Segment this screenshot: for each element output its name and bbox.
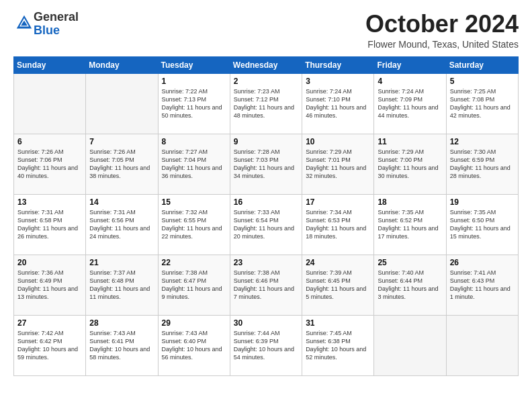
weekday-header-cell: Monday bbox=[86, 56, 158, 73]
day-number: 8 bbox=[162, 137, 226, 146]
calendar-day-cell: 17Sunrise: 7:34 AM Sunset: 6:53 PM Dayli… bbox=[302, 194, 374, 255]
logo-text: General Blue bbox=[34, 11, 79, 38]
day-info: Sunrise: 7:40 AM Sunset: 6:44 PM Dayligh… bbox=[378, 269, 442, 302]
calendar-week-row: 13Sunrise: 7:31 AM Sunset: 6:58 PM Dayli… bbox=[14, 194, 519, 255]
day-info: Sunrise: 7:44 AM Sunset: 6:39 PM Dayligh… bbox=[234, 329, 298, 362]
calendar-day-cell: 16Sunrise: 7:33 AM Sunset: 6:54 PM Dayli… bbox=[230, 194, 302, 255]
day-number: 7 bbox=[89, 137, 154, 146]
day-info: Sunrise: 7:43 AM Sunset: 6:40 PM Dayligh… bbox=[162, 329, 226, 362]
day-info: Sunrise: 7:27 AM Sunset: 7:04 PM Dayligh… bbox=[162, 148, 226, 181]
day-info: Sunrise: 7:31 AM Sunset: 6:56 PM Dayligh… bbox=[89, 208, 154, 241]
logo-blue: Blue bbox=[34, 24, 60, 37]
day-info: Sunrise: 7:29 AM Sunset: 7:00 PM Dayligh… bbox=[378, 148, 442, 181]
calendar-day-cell: 13Sunrise: 7:31 AM Sunset: 6:58 PM Dayli… bbox=[14, 194, 86, 255]
calendar-day-cell: 22Sunrise: 7:38 AM Sunset: 6:47 PM Dayli… bbox=[158, 255, 230, 315]
calendar-day-cell: 10Sunrise: 7:29 AM Sunset: 7:01 PM Dayli… bbox=[302, 134, 374, 194]
calendar-day-cell: 28Sunrise: 7:43 AM Sunset: 6:41 PM Dayli… bbox=[86, 315, 158, 375]
calendar-day-cell: 26Sunrise: 7:41 AM Sunset: 6:43 PM Dayli… bbox=[446, 255, 518, 315]
day-info: Sunrise: 7:22 AM Sunset: 7:13 PM Dayligh… bbox=[162, 87, 226, 120]
day-info: Sunrise: 7:26 AM Sunset: 7:06 PM Dayligh… bbox=[17, 148, 82, 181]
page: General Blue October 2024 Flower Mound, … bbox=[0, 0, 532, 411]
day-info: Sunrise: 7:43 AM Sunset: 6:41 PM Dayligh… bbox=[89, 329, 154, 362]
calendar-day-cell: 2Sunrise: 7:23 AM Sunset: 7:12 PM Daylig… bbox=[230, 73, 302, 134]
calendar-week-row: 20Sunrise: 7:36 AM Sunset: 6:49 PM Dayli… bbox=[14, 255, 519, 315]
calendar-day-cell: 31Sunrise: 7:45 AM Sunset: 6:38 PM Dayli… bbox=[302, 315, 374, 375]
day-number: 31 bbox=[306, 318, 370, 328]
calendar-day-cell: 29Sunrise: 7:43 AM Sunset: 6:40 PM Dayli… bbox=[158, 315, 230, 375]
calendar-day-cell: 27Sunrise: 7:42 AM Sunset: 6:42 PM Dayli… bbox=[14, 315, 86, 375]
day-number: 15 bbox=[162, 197, 226, 207]
weekday-header-cell: Tuesday bbox=[158, 56, 230, 73]
day-number: 27 bbox=[17, 318, 82, 328]
day-info: Sunrise: 7:37 AM Sunset: 6:48 PM Dayligh… bbox=[89, 269, 154, 302]
calendar-body: 1Sunrise: 7:22 AM Sunset: 7:13 PM Daylig… bbox=[14, 73, 519, 375]
title-block: October 2024 Flower Mound, Texas, United… bbox=[365, 11, 519, 50]
day-info: Sunrise: 7:28 AM Sunset: 7:03 PM Dayligh… bbox=[234, 148, 298, 181]
location: Flower Mound, Texas, United States bbox=[365, 39, 519, 50]
calendar-table: SundayMondayTuesdayWednesdayThursdayFrid… bbox=[13, 56, 519, 376]
calendar-day-cell: 19Sunrise: 7:35 AM Sunset: 6:50 PM Dayli… bbox=[446, 194, 518, 255]
day-number: 2 bbox=[234, 77, 298, 86]
calendar-day-cell: 23Sunrise: 7:38 AM Sunset: 6:46 PM Dayli… bbox=[230, 255, 302, 315]
day-number: 9 bbox=[234, 137, 298, 146]
day-number: 26 bbox=[450, 258, 515, 267]
day-number: 18 bbox=[378, 197, 442, 207]
calendar-day-cell: 18Sunrise: 7:35 AM Sunset: 6:52 PM Dayli… bbox=[374, 194, 446, 255]
weekday-header-cell: Sunday bbox=[14, 56, 86, 73]
day-number: 30 bbox=[234, 318, 298, 328]
calendar-week-row: 6Sunrise: 7:26 AM Sunset: 7:06 PM Daylig… bbox=[14, 134, 519, 194]
day-number: 1 bbox=[162, 77, 226, 86]
day-number: 11 bbox=[378, 137, 442, 146]
day-number: 23 bbox=[234, 258, 298, 267]
day-info: Sunrise: 7:30 AM Sunset: 6:59 PM Dayligh… bbox=[450, 148, 515, 181]
day-info: Sunrise: 7:34 AM Sunset: 6:53 PM Dayligh… bbox=[306, 208, 370, 241]
day-info: Sunrise: 7:45 AM Sunset: 6:38 PM Dayligh… bbox=[306, 329, 370, 362]
calendar-day-cell bbox=[446, 315, 518, 375]
calendar-day-cell: 12Sunrise: 7:30 AM Sunset: 6:59 PM Dayli… bbox=[446, 134, 518, 194]
header: General Blue October 2024 Flower Mound, … bbox=[13, 11, 519, 50]
calendar-day-cell: 15Sunrise: 7:32 AM Sunset: 6:55 PM Dayli… bbox=[158, 194, 230, 255]
calendar-day-cell: 8Sunrise: 7:27 AM Sunset: 7:04 PM Daylig… bbox=[158, 134, 230, 194]
weekday-header-cell: Saturday bbox=[446, 56, 518, 73]
day-number: 4 bbox=[378, 77, 442, 86]
calendar-day-cell: 5Sunrise: 7:25 AM Sunset: 7:08 PM Daylig… bbox=[446, 73, 518, 134]
calendar-day-cell: 7Sunrise: 7:26 AM Sunset: 7:05 PM Daylig… bbox=[86, 134, 158, 194]
day-number: 13 bbox=[17, 197, 82, 207]
calendar-week-row: 1Sunrise: 7:22 AM Sunset: 7:13 PM Daylig… bbox=[14, 73, 519, 134]
calendar-day-cell: 3Sunrise: 7:24 AM Sunset: 7:10 PM Daylig… bbox=[302, 73, 374, 134]
weekday-header-cell: Wednesday bbox=[230, 56, 302, 73]
day-info: Sunrise: 7:38 AM Sunset: 6:47 PM Dayligh… bbox=[162, 269, 226, 302]
day-number: 25 bbox=[378, 258, 442, 267]
calendar-day-cell: 25Sunrise: 7:40 AM Sunset: 6:44 PM Dayli… bbox=[374, 255, 446, 315]
day-info: Sunrise: 7:25 AM Sunset: 7:08 PM Dayligh… bbox=[450, 87, 515, 120]
day-number: 5 bbox=[450, 77, 515, 86]
day-info: Sunrise: 7:24 AM Sunset: 7:09 PM Dayligh… bbox=[378, 87, 442, 120]
day-number: 17 bbox=[306, 197, 370, 207]
calendar-day-cell: 4Sunrise: 7:24 AM Sunset: 7:09 PM Daylig… bbox=[374, 73, 446, 134]
day-number: 12 bbox=[450, 137, 515, 146]
day-number: 21 bbox=[89, 258, 154, 267]
day-number: 14 bbox=[89, 197, 154, 207]
day-info: Sunrise: 7:23 AM Sunset: 7:12 PM Dayligh… bbox=[234, 87, 298, 120]
day-info: Sunrise: 7:31 AM Sunset: 6:58 PM Dayligh… bbox=[17, 208, 82, 241]
weekday-header-cell: Thursday bbox=[302, 56, 374, 73]
calendar-day-cell: 14Sunrise: 7:31 AM Sunset: 6:56 PM Dayli… bbox=[86, 194, 158, 255]
calendar-day-cell: 21Sunrise: 7:37 AM Sunset: 6:48 PM Dayli… bbox=[86, 255, 158, 315]
calendar-day-cell: 11Sunrise: 7:29 AM Sunset: 7:00 PM Dayli… bbox=[374, 134, 446, 194]
calendar-day-cell bbox=[374, 315, 446, 375]
day-number: 6 bbox=[17, 137, 82, 146]
day-number: 29 bbox=[162, 318, 226, 328]
day-number: 20 bbox=[17, 258, 82, 267]
day-number: 24 bbox=[306, 258, 370, 267]
day-info: Sunrise: 7:29 AM Sunset: 7:01 PM Dayligh… bbox=[306, 148, 370, 181]
day-info: Sunrise: 7:35 AM Sunset: 6:50 PM Dayligh… bbox=[450, 208, 515, 241]
day-info: Sunrise: 7:33 AM Sunset: 6:54 PM Dayligh… bbox=[234, 208, 298, 241]
calendar-day-cell: 9Sunrise: 7:28 AM Sunset: 7:03 PM Daylig… bbox=[230, 134, 302, 194]
day-number: 10 bbox=[306, 137, 370, 146]
calendar-day-cell: 30Sunrise: 7:44 AM Sunset: 6:39 PM Dayli… bbox=[230, 315, 302, 375]
month-title: October 2024 bbox=[365, 11, 519, 38]
calendar-day-cell bbox=[86, 73, 158, 134]
calendar-day-cell: 6Sunrise: 7:26 AM Sunset: 7:06 PM Daylig… bbox=[14, 134, 86, 194]
logo-icon bbox=[15, 13, 34, 32]
day-number: 28 bbox=[89, 318, 154, 328]
